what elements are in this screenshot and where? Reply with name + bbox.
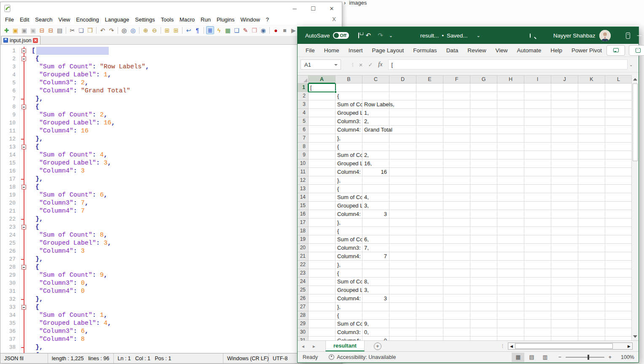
cell-J18[interactable] <box>551 227 578 235</box>
cell-A5[interactable] <box>309 117 335 126</box>
cell-I25[interactable] <box>524 286 551 294</box>
cell-G23[interactable] <box>470 269 497 278</box>
redo-icon[interactable]: ↷ <box>107 26 115 34</box>
cell-A30[interactable] <box>309 328 335 337</box>
new-file-icon[interactable]: ✚ <box>3 26 11 34</box>
fold-collapse-icon[interactable] <box>21 105 26 109</box>
cell-J8[interactable] <box>551 143 578 151</box>
cell-H22[interactable] <box>497 261 524 269</box>
cell-H15[interactable] <box>497 202 524 210</box>
cell-L15[interactable] <box>605 202 632 210</box>
fold-margin[interactable] <box>20 143 28 151</box>
account-name[interactable]: Nayyer Shahbaz <box>553 32 596 39</box>
formula-bar-expand-icon[interactable]: ⌄ <box>629 62 637 67</box>
cell-K20[interactable] <box>578 244 605 252</box>
cell-L24[interactable] <box>605 278 632 286</box>
cell-J26[interactable] <box>551 294 578 303</box>
cell-D21[interactable] <box>389 252 416 261</box>
cell-D6[interactable] <box>389 126 416 134</box>
cell-C13[interactable] <box>362 185 389 193</box>
row-header-31[interactable]: 31 <box>298 337 309 340</box>
cell-J15[interactable] <box>551 202 578 210</box>
find-icon[interactable]: ◎ <box>120 26 128 34</box>
cell-D20[interactable] <box>389 244 416 252</box>
np-menu-close-button[interactable]: X <box>332 16 336 22</box>
cell-A13[interactable] <box>309 185 335 193</box>
cell-L31[interactable] <box>605 337 632 340</box>
cell-K8[interactable] <box>578 143 605 151</box>
cell-H3[interactable] <box>497 100 524 109</box>
cell-I28[interactable] <box>524 311 551 320</box>
cell-I11[interactable] <box>524 168 551 176</box>
cell-G13[interactable] <box>470 185 497 193</box>
cell-B19[interactable]: Sum of Co <box>335 235 362 244</box>
cell-E20[interactable] <box>416 244 443 252</box>
cell-A27[interactable] <box>309 303 335 311</box>
cell-G28[interactable] <box>470 311 497 320</box>
row-header-19[interactable]: 19 <box>298 235 309 244</box>
cell-C12[interactable] <box>362 176 389 185</box>
cell-C18[interactable] <box>362 227 389 235</box>
cell-J11[interactable] <box>551 168 578 176</box>
function-list-icon[interactable]: ϟ <box>215 26 223 34</box>
document-list-icon[interactable]: ❏ <box>233 26 241 34</box>
zoom-in-icon[interactable]: ⊕ <box>142 26 150 34</box>
cell-F29[interactable] <box>443 320 470 328</box>
word-wrap-icon[interactable]: ↩ <box>185 26 193 34</box>
cell-F21[interactable] <box>443 252 470 261</box>
cell-K2[interactable] <box>578 92 605 100</box>
sheet-tab-resultant[interactable]: resultant <box>325 341 365 351</box>
cell-I16[interactable] <box>524 210 551 218</box>
cell-G26[interactable] <box>470 294 497 303</box>
name-box[interactable]: A1 <box>301 59 341 70</box>
cell-C15[interactable]: 3, <box>362 202 389 210</box>
cell-I27[interactable] <box>524 303 551 311</box>
fold-collapse-icon[interactable] <box>21 265 26 270</box>
cell-H10[interactable] <box>497 159 524 168</box>
ribbon-tab-view[interactable]: View <box>491 45 512 56</box>
cell-E22[interactable] <box>416 261 443 269</box>
cell-I21[interactable] <box>524 252 551 261</box>
normal-view-icon[interactable]: ▦ <box>512 353 524 362</box>
cell-K6[interactable] <box>578 126 605 134</box>
cell-E19[interactable] <box>416 235 443 244</box>
cell-J25[interactable] <box>551 286 578 294</box>
open-file-icon[interactable]: ▣ <box>11 26 19 34</box>
cell-H18[interactable] <box>497 227 524 235</box>
row-header-1[interactable]: 1 <box>298 84 309 92</box>
cell-A17[interactable] <box>309 218 335 227</box>
row-header-7[interactable]: 7 <box>298 134 309 143</box>
cell-K14[interactable] <box>578 193 605 202</box>
cell-K25[interactable] <box>578 286 605 294</box>
fold-margin[interactable] <box>20 223 28 231</box>
cell-L14[interactable] <box>605 193 632 202</box>
cell-A6[interactable] <box>309 126 335 134</box>
macro-stop-icon[interactable]: ■ <box>281 26 289 34</box>
cell-G6[interactable] <box>470 126 497 134</box>
cell-B28[interactable]: { <box>335 311 362 320</box>
sync-scroll-v-icon[interactable]: ⊞ <box>163 26 171 34</box>
copy-icon[interactable]: ❏ <box>77 26 85 34</box>
cancel-entry-icon[interactable]: × <box>359 61 363 68</box>
cell-J22[interactable] <box>551 261 578 269</box>
cell-C23[interactable] <box>362 269 389 278</box>
cell-F26[interactable] <box>443 294 470 303</box>
cell-D5[interactable] <box>389 117 416 126</box>
cell-C16[interactable]: 3 <box>362 210 389 218</box>
page-break-view-icon[interactable]: ▥ <box>539 353 551 362</box>
cell-A16[interactable] <box>309 210 335 218</box>
edit-macro-icon[interactable]: ✎ <box>241 26 250 34</box>
cell-C22[interactable] <box>362 261 389 269</box>
row-header-5[interactable]: 5 <box>298 117 309 126</box>
sheet-nav-right-icon[interactable]: ▸ <box>309 343 319 349</box>
save-icon[interactable] <box>358 32 359 38</box>
cell-A9[interactable] <box>309 151 335 159</box>
cell-L10[interactable] <box>605 159 632 168</box>
cell-F16[interactable] <box>443 210 470 218</box>
zoom-level[interactable]: 100% <box>617 354 634 360</box>
cell-L16[interactable] <box>605 210 632 218</box>
column-header-G[interactable]: G <box>470 75 497 84</box>
cell-F19[interactable] <box>443 235 470 244</box>
cell-I8[interactable] <box>524 143 551 151</box>
row-header-14[interactable]: 14 <box>298 193 309 202</box>
